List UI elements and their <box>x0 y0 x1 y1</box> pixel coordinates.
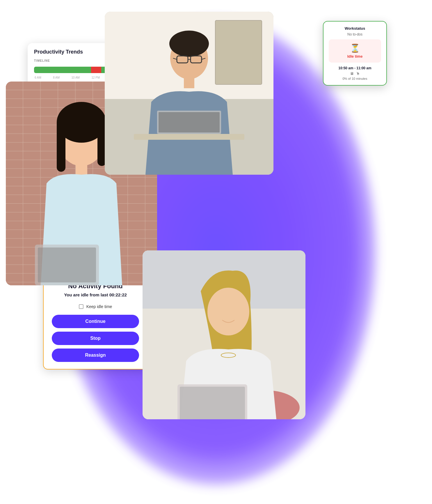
photo-woman-right <box>143 250 305 419</box>
time-range: 10:50 am - 11:00 am <box>329 66 381 70</box>
no-activity-card: No Activity Found You are idle from last… <box>43 274 148 369</box>
svg-rect-22 <box>184 78 194 88</box>
hourglass-icon: ⏳ <box>350 43 360 53</box>
time-percent: 0% of 10 minutes <box>329 77 381 80</box>
time-10am: 10 AM <box>72 76 80 79</box>
time-icons-row: 🖥 🖱 <box>329 71 381 76</box>
stop-button[interactable]: Stop <box>52 332 139 345</box>
svg-rect-10 <box>38 247 96 282</box>
time-8am: 8 AM <box>53 76 60 79</box>
svg-point-30 <box>207 288 249 335</box>
keep-idle-label: Keep idle time <box>86 304 112 309</box>
svg-rect-14 <box>215 20 262 84</box>
photo-man-top <box>105 12 273 175</box>
mouse-small-icon: 🖱 <box>356 71 360 76</box>
monitor-small-icon: 🖥 <box>350 71 354 76</box>
svg-rect-8 <box>76 163 87 175</box>
time-6am: 6 AM <box>35 76 41 79</box>
time-12pm: 12 PM <box>91 76 100 79</box>
workstatus-card: Workstatus No to-dos ⏳ Idle time 10:50 a… <box>323 21 387 86</box>
timeline-label: TIMELINE <box>34 59 50 62</box>
reassign-button[interactable]: Reassign <box>52 349 139 362</box>
idle-badge: ⏳ Idle time <box>329 39 381 63</box>
no-activity-subtitle: You are idle from last 00:22:22 <box>52 292 139 297</box>
continue-button[interactable]: Continue <box>52 315 139 328</box>
bar-red-1 <box>91 67 102 73</box>
workstatus-title: Workstatus <box>329 26 381 31</box>
svg-point-16 <box>169 31 209 57</box>
keep-idle-checkbox[interactable] <box>79 304 83 309</box>
svg-rect-33 <box>180 387 245 419</box>
workstatus-no-todos: No to-dos <box>329 32 381 36</box>
idle-label: Idle time <box>347 54 363 59</box>
bar-green-1 <box>34 67 91 73</box>
svg-rect-25 <box>159 112 220 132</box>
svg-rect-6 <box>57 119 65 172</box>
keep-idle-row: Keep idle time <box>52 304 139 309</box>
svg-rect-23 <box>134 134 244 140</box>
